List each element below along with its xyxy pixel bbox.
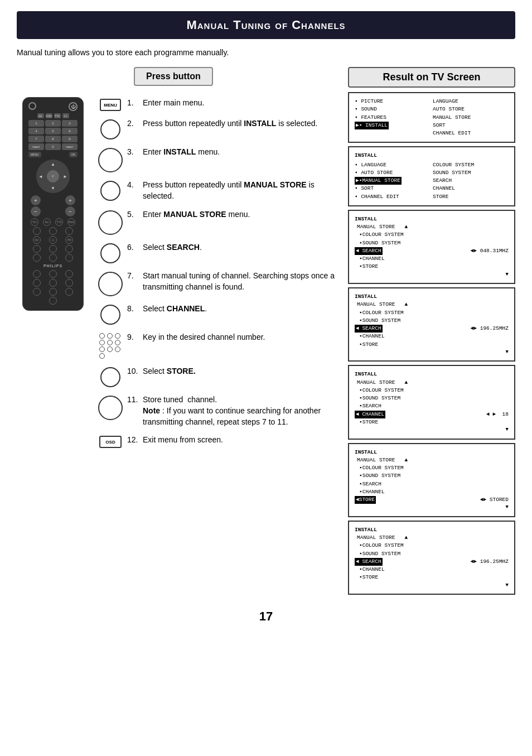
- remote-control: ⏻ AV OSD TTX CI 1 2: [22, 97, 84, 311]
- tv-s1-channeledit: CHANNEL EDIT: [433, 129, 509, 137]
- tv-screen-2-grid: ▪ LANGUAGE COLOUR SYSTEM ▪ AUTO STORE SO…: [355, 161, 509, 201]
- remote-vol-minus: −: [31, 206, 41, 216]
- step-5: 5. Enter MANUAL STORE menu.: [94, 209, 342, 235]
- tv-screen-7: INSTALL MANUAL STORE ▲ ▪COLOUR SYSTEM ▪S…: [348, 521, 515, 595]
- tv-s4-store: ▪STORE: [359, 341, 509, 349]
- step-3-icon-cell: [94, 146, 127, 172]
- tv-s6-search: ▪SEARCH: [359, 480, 509, 488]
- tv-s1-features: ▪ FEATURES: [355, 114, 431, 122]
- step-12: OSD 12. Exit menu from screen.: [94, 434, 342, 448]
- remote-bottom-icon8: [49, 288, 57, 296]
- tv-s5-store: ▪STORE: [359, 418, 509, 426]
- tv-s6-sound: ▪SOUND SYSTEM: [359, 472, 509, 480]
- step-9-number: 9.: [127, 331, 143, 341]
- tv-s5-colour: ▪COLOUR SYSTEM: [359, 387, 509, 394]
- tv-s1-language: LANGUAGE: [433, 98, 509, 105]
- remote-bottom-icon4: [33, 279, 41, 287]
- tv-screen-6: INSTALL MANUAL STORE ▲ ▪COLOUR SYSTEM ▪S…: [348, 443, 515, 517]
- step-7-text: Start manual tuning of channel. Searchin…: [143, 270, 342, 293]
- step-5-text: Enter MANUAL STORE menu.: [143, 209, 250, 220]
- page-number: 17: [17, 609, 515, 624]
- osd-button-icon: OSD: [99, 436, 122, 448]
- tv-s3-sub: MANUAL STORE ▲: [357, 223, 509, 231]
- tv-s5-sub: MANUAL STORE ▲: [357, 379, 509, 387]
- step-2: 2. Press button repeatedly until INSTALL…: [94, 118, 342, 139]
- step-9-icon-cell: [94, 331, 127, 359]
- tv-s7-channel: ▪CHANNEL: [359, 566, 509, 574]
- content-area: ⏻ AV OSD TTX CI 1 2: [17, 97, 342, 455]
- tv-s4-channel: ▪CHANNEL: [359, 333, 509, 340]
- remote-vol-plus2: +: [65, 195, 75, 205]
- tv-s6-sub: MANUAL STORE ▲: [357, 456, 509, 464]
- tv-s6-down-arrow: ▼: [355, 504, 509, 512]
- remote-tic-icon: TIC: [31, 218, 38, 226]
- dpad-up-icon: ▲: [51, 162, 55, 167]
- tv-s6-store-label: ◄STORE: [355, 496, 376, 504]
- step-6-icon-cell: [94, 242, 127, 263]
- tv-screen-5: INSTALL MANUAL STORE ▲ ▪COLOUR SYSTEM ▪S…: [348, 365, 515, 439]
- remote-osd-btn: OSD: [46, 113, 52, 118]
- step-2-icon-cell: [94, 118, 127, 139]
- step-3: 3. Enter INSTALL menu.: [94, 146, 342, 172]
- step-4-icon-cell: [94, 179, 127, 201]
- remote-incl-icon: [33, 254, 41, 262]
- tv-screen-1-grid: ▪ PICTURE LANGUAGE ▪ SOUND AUTO STORE ▪ …: [355, 98, 509, 137]
- step-6-number: 6.: [127, 242, 143, 252]
- remote-power-btn: ⏻: [69, 102, 78, 111]
- step-1-text: Enter main menu.: [143, 97, 205, 108]
- tv-s5-search: ▪SEARCH: [359, 402, 509, 410]
- remote-angle-icon: ANG: [67, 218, 75, 226]
- tv-s1-manualstore: MANUAL STORE: [433, 114, 509, 122]
- tv-s4-search-value: ◄► 196.25MHZ: [471, 325, 509, 333]
- tv-s7-colour: ▪COLOUR SYSTEM: [359, 542, 509, 550]
- tv-s7-sound: ▪SOUND SYSTEM: [359, 550, 509, 558]
- step-9: 9. Key in the desired channel number.: [94, 331, 342, 359]
- tv-s6-channel: ▪CHANNEL: [359, 488, 509, 496]
- tv-s4-search-row: ◄ SEARCH ◄► 196.25MHZ: [355, 325, 509, 333]
- remote-smart1-btn: SMART: [28, 143, 44, 150]
- tv-s2-title: INSTALL: [355, 152, 509, 160]
- step-2-number: 2.: [127, 118, 143, 128]
- remote-ci-btn: CI: [62, 113, 69, 118]
- step-4-text: Press button repeatedly until MANUAL STO…: [143, 179, 342, 202]
- step-7-number: 7.: [127, 270, 143, 280]
- tv-s2-soundsys: SOUND SYSTEM: [433, 169, 509, 177]
- tv-screen-3: INSTALL MANUAL STORE ▲ ▪COLOUR SYSTEM ▪S…: [348, 210, 515, 284]
- remote-dpad: ▲ ▼ ◄ ► F: [36, 160, 70, 193]
- remote-bottom-icon6: [65, 279, 73, 287]
- remote-av-btn: AV: [37, 113, 44, 118]
- step-11: 11. Store tuned channel.Note : If you wa…: [94, 394, 342, 428]
- tv-s2-autostore: ▪ AUTO STORE: [355, 169, 431, 177]
- tv-s7-title: INSTALL: [355, 526, 509, 534]
- circle-button-icon-5: [98, 210, 123, 235]
- tv-s3-search-label: ◄ SEARCH: [355, 247, 383, 255]
- result-on-tv-header: Result on TV Screen: [348, 67, 515, 88]
- remote-icon-a: [33, 245, 41, 253]
- step-2-text: Press button repeatedly until INSTALL is…: [143, 118, 317, 129]
- tv-s5-channel-label: ◄ CHANNEL: [355, 411, 385, 418]
- step-6-text: Select SEARCH.: [143, 242, 202, 253]
- circle-button-icon-2: [100, 119, 120, 139]
- tv-s7-search-label: ◄ SEARCH: [355, 558, 383, 566]
- tv-s5-channel-row: ◄ CHANNEL ◄ ► 18: [355, 411, 509, 418]
- remote-list-icon: LI: [49, 236, 57, 244]
- tv-s4-sub: MANUAL STORE ▲: [357, 301, 509, 309]
- circle-button-icon-10: [100, 367, 120, 387]
- circle-button-icon-8: [100, 305, 120, 325]
- tv-s6-store-row: ◄STORE ◄► STORED: [355, 496, 509, 504]
- tv-s7-search-value: ◄► 196.25MHZ: [471, 558, 509, 566]
- tv-s2-manualstore: ▶▪MANUAL STORE: [355, 177, 431, 185]
- remote-brand-label: PHILIPS: [26, 264, 80, 268]
- remote-bottom-icon5: [49, 279, 57, 287]
- circle-button-icon-6: [100, 243, 120, 263]
- remote-audio-icon: AU: [43, 218, 51, 226]
- numpad-dot-1: [99, 333, 105, 339]
- remote-bottom-icon9: [65, 288, 73, 296]
- remote-illustration: ⏻ AV OSD TTX CI 1 2: [17, 97, 89, 455]
- tv-s1-sort: SORT: [433, 122, 509, 129]
- remote-bottom-icon3: [65, 270, 73, 278]
- numpad-dot-2: [107, 333, 113, 339]
- remote-icon-b: [49, 245, 57, 253]
- remote-pip3-icon: [65, 227, 73, 235]
- tv-s2-language: ▪ LANGUAGE: [355, 161, 431, 169]
